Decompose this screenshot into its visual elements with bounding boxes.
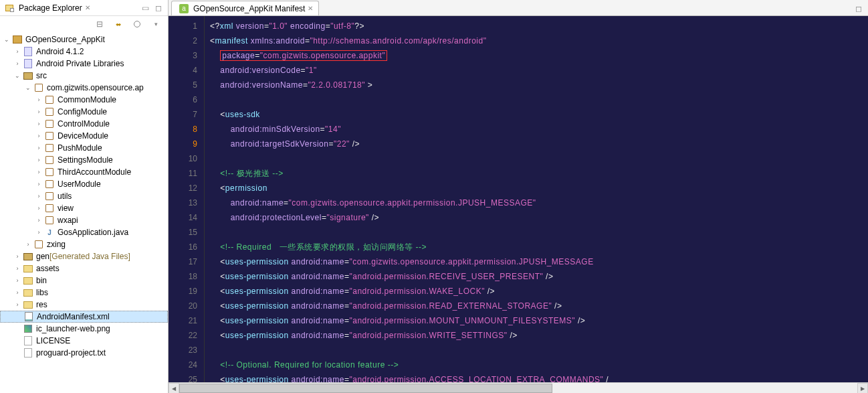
- chevron-right-icon[interactable]: ›: [35, 217, 43, 224]
- chevron-right-icon[interactable]: ›: [24, 241, 32, 248]
- tree-node-libs[interactable]: ›libs: [0, 287, 168, 299]
- line-number[interactable]: 14: [169, 210, 197, 225]
- line-number[interactable]: 8: [169, 122, 197, 137]
- line-number[interactable]: 25: [169, 372, 197, 382]
- code-line[interactable]: android:targetSdkVersion="22" />: [210, 137, 868, 151]
- line-number[interactable]: 5: [169, 78, 197, 92]
- editor-tab-manifest[interactable]: GOpenSource_AppKit Manifest ✕: [171, 1, 319, 15]
- close-icon[interactable]: ✕: [85, 4, 90, 11]
- tree-node-devicemodule[interactable]: ›DeviceModule: [0, 130, 168, 142]
- tree-node-view[interactable]: ›view: [0, 202, 168, 214]
- tree-node-zxing[interactable]: ›zxing: [0, 238, 168, 250]
- chevron-right-icon[interactable]: ›: [35, 181, 43, 187]
- chevron-right-icon[interactable]: ›: [35, 145, 43, 151]
- collapse-all-icon[interactable]: [94, 19, 105, 29]
- chevron-down-icon[interactable]: ⌄: [24, 84, 32, 91]
- horizontal-scrollbar[interactable]: ◀ ▶: [169, 382, 868, 393]
- scroll-right-button[interactable]: ▶: [857, 383, 868, 393]
- chevron-down-icon[interactable]: ⌄: [13, 72, 21, 79]
- line-gutter[interactable]: 1234567891011121314151617181920212223242…: [169, 16, 205, 382]
- view-menu-icon[interactable]: [150, 19, 161, 29]
- code-line[interactable]: android:minSdkVersion="14": [210, 122, 868, 137]
- code-line[interactable]: <uses-permission android:name="com.gizwi…: [210, 254, 868, 269]
- tree-node-thirdaccountmodule[interactable]: ›ThirdAccountModule: [0, 166, 168, 178]
- chevron-right-icon[interactable]: ›: [35, 121, 43, 127]
- line-number[interactable]: 21: [169, 313, 197, 328]
- tree-node-res[interactable]: ›res: [0, 299, 168, 311]
- maximize-editor-icon[interactable]: [853, 3, 864, 14]
- chevron-down-icon[interactable]: ⌄: [3, 36, 11, 43]
- code-line[interactable]: <manifest xmlns:android="http://schemas.…: [210, 33, 868, 48]
- code-line[interactable]: android:name="com.gizwits.opensource.app…: [210, 195, 868, 210]
- chevron-right-icon[interactable]: ›: [13, 48, 21, 55]
- tree-node-androidmanifest-xml[interactable]: AndroidManifest.xml: [0, 311, 168, 323]
- code-line[interactable]: [210, 151, 868, 166]
- line-number[interactable]: 3: [169, 48, 197, 63]
- line-number[interactable]: 24: [169, 358, 197, 372]
- line-number[interactable]: 1: [169, 19, 197, 33]
- code-line[interactable]: <!-- Required 一些系统要求的权限，如访问网络等 -->: [210, 240, 868, 254]
- chevron-right-icon[interactable]: ›: [35, 96, 43, 103]
- chevron-right-icon[interactable]: ›: [35, 157, 43, 163]
- tree-node-gopensource-appkit[interactable]: ⌄GOpenSource_AppKit: [0, 33, 168, 46]
- chevron-right-icon[interactable]: ›: [35, 133, 43, 139]
- scroll-thumb[interactable]: [179, 384, 552, 393]
- line-number[interactable]: 19: [169, 284, 197, 299]
- line-number[interactable]: 7: [169, 107, 197, 122]
- line-number[interactable]: 13: [169, 195, 197, 210]
- code-line[interactable]: [210, 343, 868, 358]
- line-number[interactable]: 22: [169, 328, 197, 343]
- tree-node-bin[interactable]: ›bin: [0, 274, 168, 287]
- line-number[interactable]: 17: [169, 254, 197, 269]
- code-line[interactable]: <uses-permission android:name="android.p…: [210, 299, 868, 313]
- code-line[interactable]: <uses-permission android:name="android.p…: [210, 269, 868, 284]
- chevron-right-icon[interactable]: ›: [35, 169, 43, 175]
- line-number[interactable]: 16: [169, 240, 197, 254]
- chevron-right-icon[interactable]: ›: [13, 277, 21, 284]
- tree-node-utils[interactable]: ›utils: [0, 190, 168, 202]
- line-number[interactable]: 2: [169, 33, 197, 48]
- chevron-right-icon[interactable]: ›: [35, 229, 43, 236]
- chevron-right-icon[interactable]: ›: [13, 289, 21, 296]
- tree-node-android-4-1-2[interactable]: ›Android 4.1.2: [0, 46, 168, 58]
- tree-node-com-gizwits-opensource-ap[interactable]: ⌄com.gizwits.opensource.ap: [0, 82, 168, 94]
- code-line[interactable]: [210, 92, 868, 107]
- scroll-left-button[interactable]: ◀: [169, 383, 179, 393]
- chevron-right-icon[interactable]: ›: [13, 253, 21, 260]
- link-editor-icon[interactable]: [113, 19, 124, 29]
- code-line[interactable]: <!-- Optional. Required for location fea…: [210, 358, 868, 372]
- code-line[interactable]: <!-- 极光推送 -->: [210, 166, 868, 181]
- tree-node-assets[interactable]: ›assets: [0, 262, 168, 274]
- code-line[interactable]: <?xml version="1.0" encoding="utf-8"?>: [210, 19, 868, 33]
- line-number[interactable]: 23: [169, 343, 197, 358]
- code-area[interactable]: <?xml version="1.0" encoding="utf-8"?><m…: [205, 16, 868, 382]
- focus-task-icon[interactable]: [132, 19, 142, 29]
- minimize-icon[interactable]: [140, 3, 150, 13]
- line-number[interactable]: 6: [169, 92, 197, 107]
- line-number[interactable]: 18: [169, 269, 197, 284]
- tree-node-wxapi[interactable]: ›wxapi: [0, 214, 168, 226]
- code-line[interactable]: android:versionName="2.2.0.081718" >: [210, 78, 868, 92]
- chevron-right-icon[interactable]: ›: [13, 301, 21, 308]
- code-editor[interactable]: 1234567891011121314151617181920212223242…: [169, 16, 868, 382]
- tree-node-android-private-libraries[interactable]: ›Android Private Libraries: [0, 58, 168, 70]
- chevron-right-icon[interactable]: ›: [35, 108, 43, 115]
- code-line[interactable]: <uses-permission android:name="android.p…: [210, 284, 868, 299]
- chevron-right-icon[interactable]: ›: [13, 60, 21, 67]
- tree-node-pushmodule[interactable]: ›PushModule: [0, 142, 168, 154]
- maximize-icon[interactable]: [153, 3, 164, 13]
- tree-node-gen[interactable]: ›gen [Generated Java Files]: [0, 250, 168, 262]
- line-number[interactable]: 4: [169, 63, 197, 78]
- code-line[interactable]: android:protectionLevel="signature" />: [210, 210, 868, 225]
- code-line[interactable]: <uses-permission android:name="android.p…: [210, 313, 868, 328]
- line-number[interactable]: 12: [169, 181, 197, 195]
- tree-node-configmodule[interactable]: ›ConfigModule: [0, 106, 168, 118]
- tree-node-controlmodule[interactable]: ›ControlModule: [0, 118, 168, 130]
- line-number[interactable]: 9: [169, 137, 197, 151]
- project-tree[interactable]: ⌄GOpenSource_AppKit›Android 4.1.2›Androi…: [0, 32, 168, 393]
- line-number[interactable]: 10: [169, 151, 197, 166]
- line-number[interactable]: 15: [169, 225, 197, 240]
- tree-node-proguard-project-txt[interactable]: proguard-project.txt: [0, 347, 168, 359]
- tree-node-gosapplication-java[interactable]: ›GosApplication.java: [0, 226, 168, 238]
- tree-node-src[interactable]: ⌄src: [0, 70, 168, 82]
